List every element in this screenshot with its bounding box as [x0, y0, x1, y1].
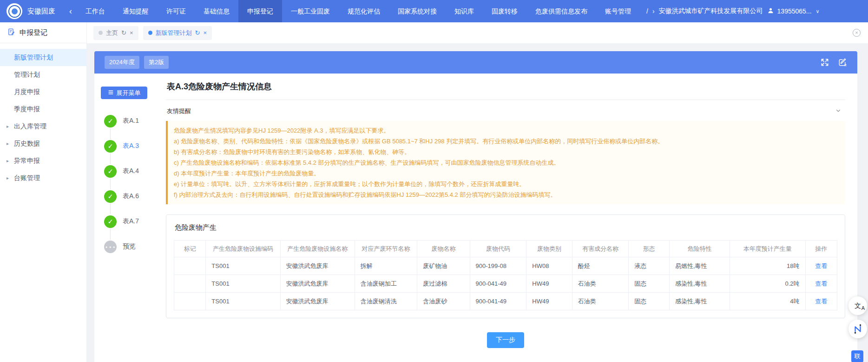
- check-circle-icon: ✓: [104, 140, 117, 153]
- step-3[interactable]: ✓表A.4: [104, 159, 159, 184]
- nav-overflow-slash-icon[interactable]: /: [646, 7, 648, 15]
- col-header-9: 形态: [629, 241, 670, 257]
- nav-item-7[interactable]: 规范化评估: [339, 0, 389, 22]
- step-1[interactable]: ✓表A.1: [104, 108, 159, 134]
- sidebar-item-label: 历史数据: [14, 140, 40, 148]
- user-phone: 13955065...: [777, 7, 812, 15]
- page-title: 表A.3危险废物产生情况信息: [167, 81, 845, 92]
- cell-r1-c12: 查看: [805, 257, 837, 275]
- sidebar-item-label: 季度申报: [14, 105, 40, 114]
- sidebar-item-3[interactable]: 月度申报: [0, 83, 86, 101]
- sidebar-item-8[interactable]: ▸台账管理: [0, 169, 86, 187]
- nav-item-9[interactable]: 知识库: [446, 0, 483, 22]
- nav-overflow-chevron-icon[interactable]: ›: [652, 7, 655, 15]
- sidebar-item-2[interactable]: 管理计划: [0, 66, 86, 83]
- waste-table: 标记产生危险废物设施编码产生危险废物设施名称对应产废环节名称废物名称废物代码废物…: [174, 240, 837, 310]
- chevron-down-icon[interactable]: [835, 107, 842, 115]
- nav-item-4[interactable]: 基础信息: [195, 0, 238, 22]
- col-header-6: 废物代码: [470, 241, 526, 257]
- next-step-button[interactable]: 下一步: [487, 332, 524, 348]
- nav-item-6[interactable]: 一般工业固废: [282, 0, 339, 22]
- nav-item-2[interactable]: 通知提醒: [114, 0, 158, 22]
- form-area: 表A.3危险废物产生情况信息 友情提醒 危险废物产生情况填写内容参见HJ 125…: [159, 74, 857, 362]
- nav-item-1[interactable]: 工作台: [77, 0, 114, 22]
- tab-label: 新版管理计划: [156, 29, 192, 37]
- cell-r3-c4: 含油废钢清洗: [355, 293, 417, 310]
- col-header-3: 产生危险废物设施名称: [280, 241, 355, 257]
- expand-menu-label: 展开菜单: [117, 89, 141, 97]
- cell-r1-c11: 18吨: [730, 257, 805, 275]
- sidebar-menu: 新版管理计划管理计划月度申报季度申报▸出入库管理▸历史数据▸异常申报▸台账管理: [0, 49, 86, 187]
- reminder-line-5: d) 本年度预计产生量：本年度预计产生的危险废物量。: [174, 168, 839, 179]
- sidebar-item-1[interactable]: 新版管理计划: [0, 49, 86, 66]
- sidebar-title: 申报登记: [20, 28, 47, 37]
- nav-item-11[interactable]: 危废供需信息发布: [526, 0, 596, 22]
- check-circle-icon: ✓: [104, 190, 117, 203]
- cell-r2-c12: 查看: [805, 275, 837, 293]
- sidebar-item-6[interactable]: ▸历史数据: [0, 135, 86, 152]
- close-icon[interactable]: ×: [130, 30, 133, 36]
- graph-network-icon[interactable]: [848, 320, 867, 338]
- nav-item-5[interactable]: 申报登记: [238, 0, 282, 22]
- col-header-10: 危险特性: [669, 241, 730, 257]
- reminder-line-7: f) 内部治理方式及去向：自行利用设施编码、自行处置设施编码和贮存设施编码依据H…: [174, 189, 839, 200]
- cell-r1-c9: 液态: [629, 257, 670, 275]
- cell-r2-c6: 900-041-49: [470, 275, 526, 293]
- sidebar-item-4[interactable]: 季度申报: [0, 101, 86, 118]
- brand-name: 安徽固废: [27, 7, 55, 16]
- reminder-toggle[interactable]: 友情提醒: [166, 100, 845, 121]
- step-label: 表A.4: [123, 167, 139, 175]
- close-icon[interactable]: ×: [203, 30, 207, 36]
- step-5[interactable]: ✓表A.7: [104, 209, 159, 234]
- dots-circle-icon: ● ● ●: [104, 241, 117, 253]
- sidebar-item-5[interactable]: ▸出入库管理: [0, 118, 86, 135]
- tab-bar: 主页↻×新版管理计划↻× ×: [87, 22, 868, 43]
- step-6[interactable]: ● ● ●预览: [104, 234, 159, 259]
- nav-item-10[interactable]: 固废转移: [483, 0, 526, 22]
- close-circle-icon[interactable]: ×: [853, 29, 861, 37]
- tab-2[interactable]: 新版管理计划↻×: [143, 26, 212, 40]
- cell-r2-c4: 含油废钢加工: [355, 275, 417, 293]
- table-row: TS001安徽洪武危废库含油废钢加工废过滤棉900-041-49HW49石油类固…: [174, 275, 837, 293]
- translate-icon[interactable]: 文A: [848, 296, 867, 315]
- col-header-2: 产生危险废物设施编码: [206, 241, 280, 257]
- refresh-icon[interactable]: ↻: [195, 30, 200, 36]
- nav-collapse-icon[interactable]: ‹: [69, 7, 72, 15]
- table-body: TS001安徽洪武危废库拆解废矿物油900-199-08HW08酚烃液态易燃性,…: [174, 257, 837, 310]
- edit-cancel-icon[interactable]: [838, 58, 847, 67]
- refresh-icon[interactable]: ↻: [121, 30, 126, 36]
- check-circle-icon: ✓: [104, 115, 117, 127]
- view-link[interactable]: 查看: [815, 262, 827, 269]
- fullscreen-icon[interactable]: [820, 58, 829, 67]
- step-2[interactable]: ✓表A.3: [104, 134, 159, 159]
- sidebar-item-label: 新版管理计划: [14, 54, 53, 62]
- step-label: 表A.3: [123, 142, 139, 150]
- tab-status-dot: [148, 31, 152, 35]
- nav-item-3[interactable]: 许可证: [158, 0, 195, 22]
- nav-item-12[interactable]: 账号管理: [596, 0, 640, 22]
- reminder-line-6: e) 计量单位：填写吨。以升、立方米等体积计量的，应折算成重量吨；以个数作为计量…: [174, 179, 839, 189]
- top-nav: 安徽固废 ‹ 工作台通知提醒许可证基础信息申报登记一般工业固废规范化评估国家系统…: [0, 0, 868, 22]
- tab-label: 主页: [106, 29, 118, 37]
- cell-r2-c7: HW49: [526, 275, 572, 293]
- sidebar-item-7[interactable]: ▸异常申报: [0, 152, 86, 169]
- view-link[interactable]: 查看: [815, 298, 827, 305]
- step-label: 表A.1: [123, 117, 139, 125]
- view-link[interactable]: 查看: [815, 280, 827, 287]
- tab-status-dot: [99, 31, 103, 35]
- reminder-box: 危险废物产生情况填写内容参见HJ 1259—2022附录 A.3，填写应满足以下…: [166, 121, 845, 204]
- cell-r3-c5: 含油废砂: [417, 293, 470, 310]
- tab-1[interactable]: 主页↻×: [93, 26, 138, 40]
- cell-r3-c8: 石油类: [572, 293, 629, 310]
- caret-right-icon: ▸: [7, 124, 9, 129]
- cell-r2-c10: 感染性,毒性: [669, 275, 730, 293]
- cell-r1-c10: 易燃性,毒性: [669, 257, 730, 275]
- lian-badge[interactable]: 联: [851, 350, 863, 362]
- nav-item-8[interactable]: 国家系统对接: [389, 0, 446, 22]
- step-4[interactable]: ✓表A.6: [104, 184, 159, 209]
- col-header-1: 标记: [174, 241, 206, 257]
- expand-menu-button[interactable]: 展开菜单: [101, 87, 147, 99]
- reminder-title: 友情提醒: [167, 107, 191, 115]
- section-title: 危险废物产生: [175, 223, 837, 232]
- user-account-dropdown[interactable]: 13955065... ∨: [767, 7, 820, 15]
